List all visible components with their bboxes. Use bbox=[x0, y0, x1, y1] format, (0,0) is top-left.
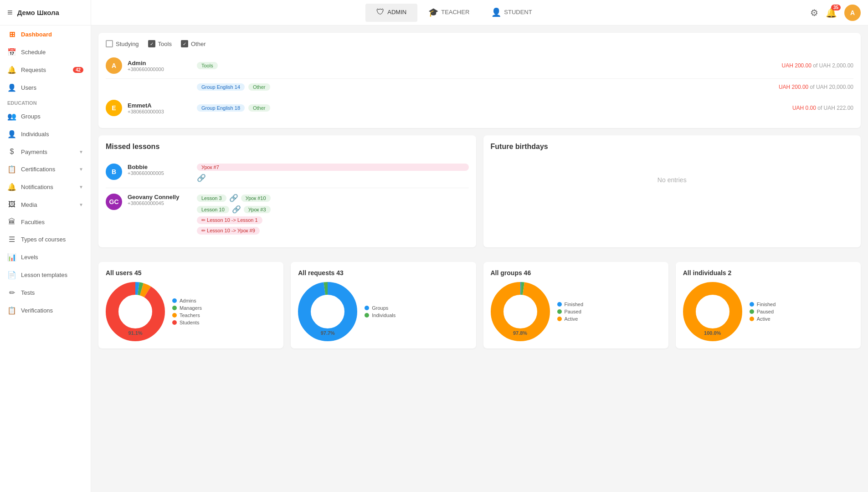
user-info-admin: Admin +380660000000 bbox=[128, 60, 191, 72]
amount-paid: UAH 0.00 bbox=[792, 105, 816, 111]
settings-icon[interactable]: ⚙ bbox=[810, 7, 818, 18]
nav-tab-label-admin: ADMIN bbox=[387, 9, 406, 15]
amount-paid: UAH 200.00 bbox=[782, 62, 812, 69]
user-section-admin: A Admin +380660000000 Tools UAH 200.00 o… bbox=[106, 53, 853, 95]
sidebar-label-certifications: Certifications bbox=[21, 166, 55, 173]
amount-of: of UAH 222.00 bbox=[817, 105, 853, 111]
sidebar-icon-types-of-courses: ☰ bbox=[7, 235, 16, 244]
svg-point-4 bbox=[304, 288, 351, 335]
user-row-admin-1: Group English 14 Other UAH 200.00 of UAH… bbox=[106, 79, 853, 95]
user-group-tag: Group English 18 bbox=[197, 104, 245, 112]
legend-dot bbox=[750, 302, 754, 307]
notifications-button[interactable]: 🔔 35 bbox=[826, 7, 837, 18]
sidebar-item-levels[interactable]: 📊 Levels bbox=[0, 248, 91, 266]
sidebar-item-types-of-courses[interactable]: ☰ Types of courses bbox=[0, 231, 91, 248]
sidebar-item-users[interactable]: 👤 Users bbox=[0, 79, 91, 97]
sidebar-item-payments[interactable]: $ Payments ▼ bbox=[0, 143, 91, 160]
sidebar-icon-users: 👤 bbox=[7, 83, 16, 92]
user-group-tag: Group English 14 bbox=[197, 83, 245, 91]
stat-title: All requests 43 bbox=[298, 269, 468, 277]
sidebar-item-notifications[interactable]: 🔔 Notifications ▼ bbox=[0, 178, 91, 196]
amount-paid: UAH 200.00 bbox=[779, 84, 808, 90]
sidebar-label-dashboard: Dashboard bbox=[21, 31, 52, 38]
sidebar-icon-requests: 🔔 bbox=[7, 66, 16, 74]
legend-dot bbox=[172, 313, 177, 318]
donut-container: 97.8% Finished Paused Active bbox=[491, 282, 661, 341]
sidebar-icon-certifications: 📋 bbox=[7, 165, 16, 174]
sidebar-icon-schedule: 📅 bbox=[7, 48, 16, 56]
lesson-tag: ✏ Lesson 10 -> Lesson 1 bbox=[197, 216, 262, 224]
missed-lessons-title: Missed lessons bbox=[106, 143, 469, 151]
donut-label: 100.0% bbox=[704, 330, 721, 336]
sidebar-label-users: Users bbox=[21, 84, 36, 91]
sidebar-item-dashboard[interactable]: ⊞ Dashboard bbox=[0, 26, 91, 43]
sidebar-header: ≡ Демо Школа bbox=[0, 0, 91, 26]
sidebar-item-media[interactable]: 🖼 Media ▼ bbox=[0, 196, 91, 213]
sidebar-item-schedule[interactable]: 📅 Schedule bbox=[0, 43, 91, 61]
nav-tab-admin[interactable]: 🛡 ADMIN bbox=[365, 4, 417, 22]
topbar: 🛡 ADMIN🎓 TEACHER👤 STUDENT ⚙ 🔔 35 A bbox=[91, 0, 868, 26]
legend-item: Groups bbox=[365, 305, 395, 311]
user-type-tag: Other bbox=[248, 104, 270, 112]
menu-icon[interactable]: ≡ bbox=[7, 7, 13, 18]
legend-item: Individuals bbox=[365, 313, 395, 318]
user-section-emmeta: E EmmetA +380660000003 Group English 18 … bbox=[106, 95, 853, 121]
missed-row-geovany: GC Geovany Connelly +380660000045 Lesson… bbox=[106, 188, 469, 240]
nav-tab-icon-student: 👤 bbox=[491, 7, 501, 17]
user-tags-emmeta-0: Group English 18 Other bbox=[197, 104, 787, 112]
filter-studying[interactable]: Studying bbox=[106, 40, 139, 47]
sidebar-item-requests[interactable]: 🔔 Requests 42 bbox=[0, 61, 91, 79]
legend-dot bbox=[557, 317, 562, 321]
missed-name-geovany: Geovany Connelly bbox=[128, 194, 191, 200]
link-icon[interactable]: 🔗 bbox=[232, 205, 241, 214]
sidebar-icon-lesson-templates: 📄 bbox=[7, 271, 16, 279]
link-icon[interactable]: 🔗 bbox=[197, 174, 469, 182]
filter-row: Studying Tools Other bbox=[106, 40, 853, 47]
donut-wrap: 97.7% bbox=[298, 282, 357, 341]
legend-label: Active bbox=[565, 316, 578, 322]
amount-of: of UAH 20,000.00 bbox=[810, 84, 853, 90]
svg-point-8 bbox=[497, 288, 544, 335]
stat-title: All users 45 bbox=[106, 269, 276, 277]
filter-other[interactable]: Other bbox=[181, 40, 206, 47]
missed-avatar-geovany: GC bbox=[106, 194, 122, 210]
legend-label: Groups bbox=[372, 305, 388, 311]
sidebar-item-individuals[interactable]: 👤 Individuals bbox=[0, 125, 91, 143]
donut-container: 97.7% Groups Individuals bbox=[298, 282, 468, 341]
sidebar-item-groups[interactable]: 👥 Groups bbox=[0, 108, 91, 125]
legend-dot bbox=[557, 309, 562, 314]
legend-item: Active bbox=[750, 316, 776, 322]
nav-tab-student[interactable]: 👤 STUDENT bbox=[480, 4, 543, 22]
stat-card-all-individuals: All individuals 2 100.0% Finished Paused… bbox=[676, 262, 861, 348]
legend-dot bbox=[750, 317, 754, 321]
lesson-tag: Lesson 10 bbox=[197, 206, 229, 213]
sidebar-arrow-media: ▼ bbox=[79, 202, 83, 207]
lesson-tag: Lesson 3 bbox=[197, 195, 226, 202]
sidebar-icon-levels: 📊 bbox=[7, 253, 16, 261]
sidebar-label-lesson-templates: Lesson templates bbox=[21, 272, 67, 278]
legend: Finished Paused Active bbox=[750, 302, 776, 322]
sidebar-label-verifications: Verifications bbox=[21, 307, 53, 314]
legend-item: Finished bbox=[750, 302, 776, 307]
svg-point-3 bbox=[112, 288, 159, 335]
missed-name-bobbie: Bobbie bbox=[128, 164, 191, 170]
user-avatar[interactable]: A bbox=[844, 5, 861, 21]
legend-dot bbox=[557, 302, 562, 307]
sidebar-item-lesson-templates[interactable]: 📄 Lesson templates bbox=[0, 266, 91, 284]
sidebar-item-certifications[interactable]: 📋 Certifications ▼ bbox=[0, 160, 91, 178]
user-name-emmeta: EmmetA bbox=[128, 102, 191, 109]
legend-item: Admins bbox=[172, 298, 202, 303]
filter-tools[interactable]: Tools bbox=[148, 40, 172, 47]
nav-tab-teacher[interactable]: 🎓 TEACHER bbox=[417, 4, 480, 22]
nav-tab-icon-teacher: 🎓 bbox=[428, 7, 438, 17]
stat-card-all-users: All users 45 91.1% Admins Managers Teach… bbox=[98, 262, 283, 348]
no-entries-text: No entries bbox=[491, 158, 854, 202]
sidebar-item-verifications[interactable]: 📋 Verifications bbox=[0, 302, 91, 319]
user-row-emmeta-0: E EmmetA +380660000003 Group English 18 … bbox=[106, 95, 853, 121]
lesson-tag: ✏ Lesson 10 -> Урок #9 bbox=[197, 227, 260, 235]
sidebar-arrow-notifications: ▼ bbox=[79, 184, 83, 190]
link-icon[interactable]: 🔗 bbox=[229, 194, 238, 202]
sidebar-item-faculties[interactable]: 🏛 Faculties bbox=[0, 213, 91, 231]
sidebar-item-tests[interactable]: ✏ Tests bbox=[0, 284, 91, 302]
sidebar-icon-notifications: 🔔 bbox=[7, 183, 16, 191]
